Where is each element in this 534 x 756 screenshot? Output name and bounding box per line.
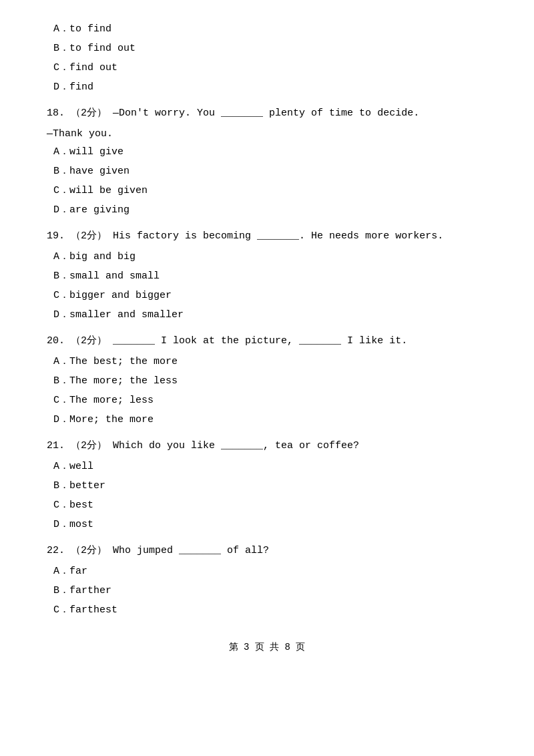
- question-18: 18. （2分） —Don't worry. You _______ plent…: [47, 104, 487, 219]
- question-21-header: 21. （2分） Which do you like _______, tea …: [47, 437, 487, 455]
- q21-option-c: C．best: [47, 496, 487, 514]
- question-22-number: 22.: [47, 545, 65, 556]
- question-21: 21. （2分） Which do you like _______, tea …: [47, 437, 487, 534]
- q21-option-d: D．most: [47, 516, 487, 534]
- question-22-points: （2分）: [71, 545, 107, 556]
- option-a: A．to find: [47, 20, 487, 38]
- q19-option-b: B．small and small: [47, 267, 487, 285]
- question-22-header: 22. （2分） Who jumped _______ of all?: [47, 542, 487, 560]
- q19-option-d: D．smaller and smaller: [47, 306, 487, 324]
- q20-option-a: A．The best; the more: [47, 353, 487, 371]
- option-b: B．to find out: [47, 39, 487, 57]
- content-area: A．to find B．to find out C．find out D．fin…: [47, 20, 487, 656]
- q20-option-c: C．The more; less: [47, 391, 487, 409]
- q19-option-a: A．big and big: [47, 248, 487, 266]
- question-22: 22. （2分） Who jumped _______ of all? A．fa…: [47, 542, 487, 619]
- q21-option-b: B．better: [47, 477, 487, 495]
- question-19-points: （2分）: [71, 230, 107, 242]
- page-footer: 第 3 页 共 8 页: [47, 639, 487, 656]
- q22-option-c: C．farthest: [47, 601, 487, 619]
- option-c: C．find out: [47, 59, 487, 77]
- question-20-text: _______ I look at the picture, _______ I…: [113, 335, 407, 347]
- question-20-header: 20. （2分） _______ I look at the picture, …: [47, 332, 487, 350]
- q20-option-d: D．More; the more: [47, 411, 487, 429]
- q22-option-a: A．far: [47, 562, 487, 580]
- question-18-points: （2分）: [71, 108, 107, 119]
- question-20: 20. （2分） _______ I look at the picture, …: [47, 332, 487, 429]
- page-number: 第 3 页 共 8 页: [229, 642, 306, 652]
- question-19: 19. （2分） His factory is becoming _______…: [47, 227, 487, 324]
- question-continuation: A．to find B．to find out C．find out D．fin…: [47, 20, 487, 96]
- q18-option-b: B．have given: [47, 162, 487, 180]
- question-18-number: 18.: [47, 108, 65, 119]
- q18-option-c: C．will be given: [47, 182, 487, 200]
- question-21-number: 21.: [47, 440, 65, 451]
- q20-option-b: B．The more; the less: [47, 372, 487, 390]
- question-21-points: （2分）: [71, 440, 107, 451]
- q18-option-a: A．will give: [47, 143, 487, 161]
- q19-option-c: C．bigger and bigger: [47, 287, 487, 305]
- question-18-text: —Don't worry. You _______ plenty of time…: [113, 108, 419, 119]
- question-19-text: His factory is becoming _______. He need…: [113, 230, 443, 242]
- question-21-text: Which do you like _______, tea or coffee…: [113, 440, 359, 451]
- question-19-header: 19. （2分） His factory is becoming _______…: [47, 227, 487, 245]
- question-22-text: Who jumped _______ of all?: [113, 545, 269, 556]
- question-19-number: 19.: [47, 230, 65, 242]
- question-20-number: 20.: [47, 335, 65, 347]
- q18-option-d: D．are giving: [47, 201, 487, 219]
- q21-option-a: A．well: [47, 457, 487, 476]
- question-18-header: 18. （2分） —Don't worry. You _______ plent…: [47, 104, 487, 122]
- question-20-points: （2分）: [71, 335, 107, 347]
- option-d: D．find: [47, 78, 487, 96]
- question-18-subtext: —Thank you.: [47, 125, 487, 143]
- q22-option-b: B．farther: [47, 582, 487, 600]
